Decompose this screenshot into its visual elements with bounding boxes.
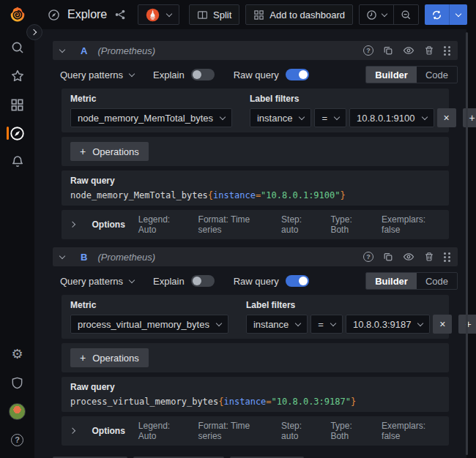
zoom-out-button[interactable] bbox=[393, 5, 418, 24]
add-filter-button[interactable]: + bbox=[463, 108, 476, 127]
share-icon[interactable] bbox=[114, 9, 126, 20]
metric-select[interactable]: process_virtual_memory_bytes bbox=[70, 315, 228, 334]
label-filters-label: Label filters bbox=[246, 300, 476, 310]
datasource-picker[interactable] bbox=[138, 4, 179, 25]
options-collapsed-row[interactable]: Options Legend: Auto Format: Time series… bbox=[62, 416, 449, 446]
options-title: Options bbox=[92, 426, 125, 436]
code-brace-close: } bbox=[340, 190, 345, 200]
metric-field: Metric process_virtual_memory_bytes bbox=[70, 300, 228, 334]
split-icon bbox=[197, 10, 208, 20]
avatar bbox=[9, 403, 26, 420]
remove-filter-button[interactable]: × bbox=[437, 108, 456, 127]
chevron-down-icon bbox=[330, 320, 336, 326]
builder-mode-button[interactable]: Builder bbox=[366, 273, 417, 289]
code-mode-button[interactable]: Code bbox=[417, 273, 457, 289]
trash-icon bbox=[424, 45, 434, 56]
filter-value-select[interactable]: 10.8.0.1:9100 bbox=[349, 108, 434, 127]
duplicate-query-button[interactable] bbox=[383, 252, 393, 262]
metric-filters-section: Metric node_memory_MemTotal_bytes Label … bbox=[62, 89, 449, 132]
chevron-right-icon bbox=[70, 428, 75, 434]
query-patterns-label: Query patterns bbox=[60, 276, 123, 287]
options-step: Step: auto bbox=[281, 214, 317, 235]
grafana-logo-icon[interactable] bbox=[9, 6, 26, 23]
query-editor-a: A (Prometheus) ? Query patterns bbox=[53, 41, 458, 239]
refresh-sync-icon bbox=[431, 10, 442, 20]
question-icon: ? bbox=[363, 45, 373, 56]
code-metric: node_memory_MemTotal_bytes bbox=[70, 190, 208, 200]
add-to-dashboard-button[interactable]: Add to dashboard bbox=[245, 4, 353, 25]
sidebar-item-configuration[interactable]: ⚙ bbox=[0, 346, 34, 362]
raw-query-title: Raw query bbox=[70, 176, 440, 186]
raw-query-code: node_memory_MemTotal_bytes{instance="10.… bbox=[70, 190, 440, 200]
search-icon bbox=[10, 40, 25, 55]
filter-label-select[interactable]: instance bbox=[246, 315, 308, 334]
query-row-header[interactable]: A (Prometheus) ? bbox=[53, 41, 458, 60]
remove-query-button[interactable] bbox=[424, 45, 434, 56]
sidebar-item-search[interactable] bbox=[0, 40, 34, 56]
raw-query-toggle[interactable] bbox=[286, 275, 309, 287]
run-query-button[interactable] bbox=[425, 4, 449, 25]
raw-query-section: Raw query node_memory_MemTotal_bytes{ins… bbox=[62, 170, 449, 206]
sidebar-item-server-admin[interactable] bbox=[0, 375, 34, 391]
scrollbar[interactable] bbox=[466, 32, 468, 455]
options-collapsed-row[interactable]: Options Legend: Auto Format: Time series… bbox=[62, 210, 449, 239]
question-icon: ? bbox=[363, 252, 373, 262]
filter-operator-select[interactable]: = bbox=[310, 315, 343, 334]
refresh-interval-button[interactable] bbox=[449, 4, 467, 25]
options-exemplars: Exemplars: false bbox=[382, 214, 440, 235]
chevron-down-icon bbox=[334, 113, 340, 119]
split-button[interactable]: Split bbox=[189, 4, 239, 25]
sidebar-item-profile[interactable] bbox=[0, 403, 34, 419]
sidebar-item-help[interactable]: ? bbox=[0, 432, 34, 448]
options-exemplars: Exemplars: false bbox=[382, 421, 440, 441]
sidebar-item-explore[interactable] bbox=[0, 125, 34, 141]
query-patterns-dropdown[interactable]: Query patterns bbox=[60, 276, 134, 287]
editor-mode-switch: Builder Code bbox=[365, 66, 458, 83]
options-step: Step: auto bbox=[281, 421, 317, 441]
sidebar-item-alerting[interactable] bbox=[0, 154, 34, 170]
sidebar-item-starred[interactable] bbox=[0, 68, 34, 84]
metric-filters-section: Metric process_virtual_memory_bytes Labe… bbox=[62, 295, 449, 339]
chevron-down-icon bbox=[299, 113, 305, 119]
chevron-down-icon bbox=[129, 277, 135, 282]
time-picker-button[interactable] bbox=[360, 5, 393, 24]
editor-mode-switch: Builder Code bbox=[365, 272, 458, 290]
add-operation-button[interactable]: + Operations bbox=[70, 348, 149, 367]
metric-select[interactable]: node_memory_MemTotal_bytes bbox=[70, 108, 232, 127]
builder-mode-button[interactable]: Builder bbox=[366, 67, 417, 83]
hide-query-button[interactable] bbox=[403, 251, 414, 263]
sidebar: ⚙ ? bbox=[0, 29, 34, 458]
query-row-header[interactable]: B (Prometheus) ? bbox=[53, 247, 458, 266]
remove-query-button[interactable] bbox=[424, 252, 434, 262]
plus-icon: + bbox=[80, 146, 86, 157]
duplicate-query-button[interactable] bbox=[383, 45, 393, 56]
query-help-button[interactable]: ? bbox=[363, 252, 373, 262]
drag-handle-icon[interactable] bbox=[444, 46, 450, 56]
explain-toggle[interactable] bbox=[191, 69, 215, 80]
query-help-button[interactable]: ? bbox=[363, 45, 373, 56]
query-patterns-dropdown[interactable]: Query patterns bbox=[60, 70, 134, 80]
add-operation-button[interactable]: + Operations bbox=[70, 142, 149, 161]
code-string: "10.8.0.3:9187" bbox=[272, 397, 351, 407]
code-label: instance bbox=[224, 397, 267, 407]
hide-query-button[interactable] bbox=[403, 45, 414, 56]
sidebar-expand-button[interactable] bbox=[26, 24, 42, 40]
options-format: Format: Time series bbox=[198, 421, 269, 441]
filter-label-select[interactable]: instance bbox=[250, 108, 311, 127]
gear-icon: ⚙ bbox=[11, 348, 23, 361]
sidebar-item-dashboards[interactable] bbox=[0, 97, 34, 113]
filter-value-select[interactable]: 10.8.0.3:9187 bbox=[346, 315, 431, 334]
code-mode-button[interactable]: Code bbox=[417, 67, 457, 83]
filter-operator-select[interactable]: = bbox=[314, 108, 346, 127]
chevron-right-icon bbox=[31, 29, 37, 35]
explain-toggle[interactable] bbox=[191, 275, 215, 287]
bell-icon bbox=[10, 154, 25, 169]
add-to-dashboard-label: Add to dashboard bbox=[269, 10, 345, 20]
filter-operator-value: = bbox=[321, 113, 327, 124]
explain-toggle-group: Explain bbox=[153, 69, 215, 80]
zoom-out-icon bbox=[401, 10, 412, 20]
remove-filter-button[interactable]: × bbox=[433, 315, 452, 334]
drag-handle-icon[interactable] bbox=[444, 252, 450, 262]
raw-query-toggle[interactable] bbox=[286, 69, 309, 80]
topbar: Explore Split Add to d bbox=[0, 0, 476, 29]
